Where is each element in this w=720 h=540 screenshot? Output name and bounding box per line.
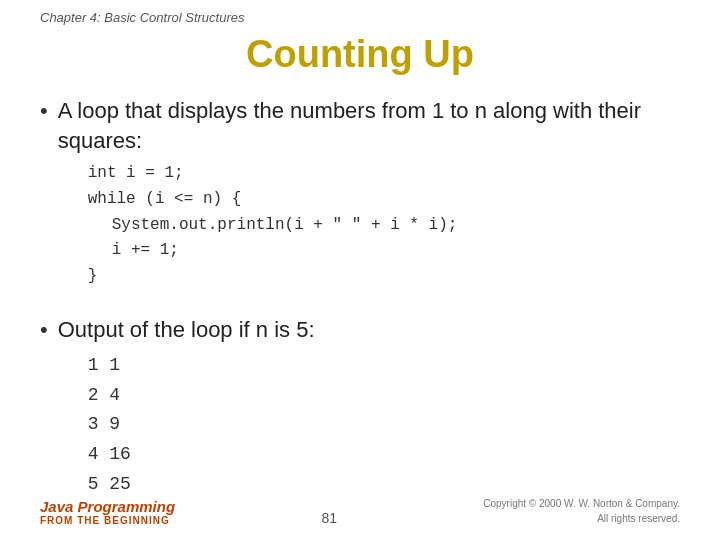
chapter-text: Chapter 4: Basic Control Structures bbox=[40, 10, 244, 25]
slide: Chapter 4: Basic Control Structures Coun… bbox=[0, 0, 720, 540]
code-line-3: System.out.println(i + " " + i * i); bbox=[112, 213, 680, 239]
copyright-line2: All rights reserved. bbox=[597, 513, 680, 524]
page-number: 81 bbox=[321, 510, 337, 526]
footer: Java Programming FROM THE BEGINNING 81 C… bbox=[0, 496, 720, 526]
bullet-1: • A loop that displays the numbers from … bbox=[40, 96, 680, 305]
output-line-1: 1 1 bbox=[88, 351, 315, 381]
chapter-header: Chapter 4: Basic Control Structures bbox=[40, 10, 680, 25]
bullet-dot-2: • bbox=[40, 317, 48, 343]
output-line-2: 2 4 bbox=[88, 381, 315, 411]
code-line-1: int i = 1; bbox=[88, 161, 680, 187]
copyright: Copyright © 2000 W. W. Norton & Company.… bbox=[483, 496, 680, 526]
brand-sub: FROM THE BEGINNING bbox=[40, 515, 175, 526]
bullet-dot-1: • bbox=[40, 98, 48, 124]
footer-brand: Java Programming FROM THE BEGINNING bbox=[40, 498, 175, 526]
output-line-3: 3 9 bbox=[88, 410, 315, 440]
code-line-2: while (i <= n) { bbox=[88, 187, 680, 213]
brand-title: Java Programming bbox=[40, 498, 175, 515]
slide-title: Counting Up bbox=[40, 33, 680, 76]
code-line-4: i += 1; bbox=[112, 238, 680, 264]
output-line-4: 4 16 bbox=[88, 440, 315, 470]
bullet-text-1: A loop that displays the numbers from 1 … bbox=[58, 98, 641, 153]
copyright-line1: Copyright © 2000 W. W. Norton & Company. bbox=[483, 498, 680, 509]
bullet-2: • Output of the loop if n is 5: 1 1 2 4 … bbox=[40, 315, 680, 499]
code-line-5: } bbox=[88, 264, 680, 290]
output-block: 1 1 2 4 3 9 4 16 5 25 bbox=[88, 351, 315, 499]
code-block: int i = 1; while (i <= n) { System.out.p… bbox=[88, 161, 680, 289]
bullet-text-2: Output of the loop if n is 5: bbox=[58, 317, 315, 342]
